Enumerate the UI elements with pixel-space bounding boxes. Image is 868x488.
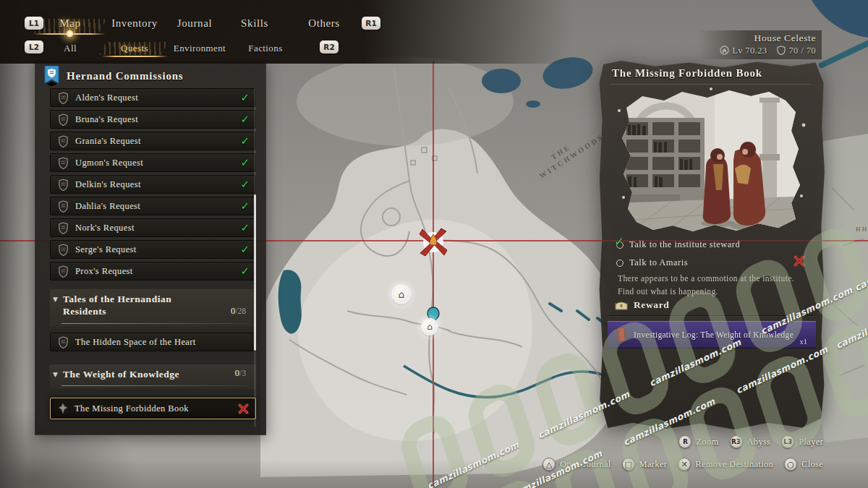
quest-label: Prox's Request	[75, 266, 234, 277]
quest-label: Delkin's Request	[75, 179, 234, 190]
r3-button-icon: R3	[730, 435, 743, 448]
map-crosshair-vertical	[433, 61, 434, 488]
settlement-poi-icon[interactable]: ⌂	[391, 284, 412, 304]
hint-marker[interactable]: □ Marker	[622, 458, 668, 471]
quest-shield-icon	[58, 157, 69, 169]
subtab-factions[interactable]: Factions	[248, 43, 282, 54]
quest-item[interactable]: Dahlia's Request ✓	[50, 197, 256, 215]
quest-shield-icon	[58, 135, 69, 147]
subtab-all[interactable]: All	[64, 43, 77, 54]
ornament-icon	[58, 403, 68, 414]
quest-shield-icon	[58, 200, 69, 213]
subtab-quests[interactable]: Quests	[121, 43, 148, 54]
r-button-icon: R	[678, 435, 692, 448]
objective-text: Talk to the institute steward	[629, 239, 740, 250]
quest-item[interactable]: The Hidden Space of the Heart	[50, 333, 256, 351]
objective-circle-icon: ✓	[616, 241, 624, 249]
quest-list: Alden's Request ✓ Bruna's Request ✓ Gran…	[50, 88, 256, 422]
quest-item[interactable]: Grania's Request ✓	[50, 132, 256, 150]
section-title: The Weight of Knowledge	[63, 368, 222, 380]
svg-text:H H: H H	[856, 226, 867, 233]
quest-shield-icon	[58, 114, 69, 126]
hint-remove-destination[interactable]: ✕ Remove Destination	[678, 458, 773, 471]
reward-item-slot[interactable]: Investigative Log: The Weight of Knowled…	[608, 321, 816, 348]
quest-destination-marker[interactable]	[417, 226, 450, 262]
check-icon: ✓	[240, 91, 250, 104]
quest-description: There appears to be a commotion at the i…	[618, 272, 799, 299]
quest-item[interactable]: Delkin's Request ✓	[50, 175, 256, 194]
reward-divider	[609, 315, 814, 316]
section-underline	[61, 385, 247, 386]
quest-detail-panel: The Missing Forbidden Book	[599, 61, 825, 429]
objective-completed: ✓ Talk to the institute steward	[616, 239, 740, 250]
quest-shield-icon	[58, 265, 69, 278]
quest-item-selected[interactable]: The Missing Forbidden Book	[50, 398, 256, 419]
l2-button[interactable]: L2	[25, 40, 43, 53]
hint-zoom[interactable]: R Zoom	[678, 435, 718, 448]
shield-stat-icon	[777, 46, 786, 55]
quest-item[interactable]: Bruna's Request ✓	[50, 110, 256, 129]
hint-open-journal[interactable]: △ Open Journal	[542, 458, 611, 471]
title-divider	[610, 84, 812, 85]
quest-label: Nork's Request	[75, 223, 234, 234]
quest-label: The Missing Forbidden Book	[75, 403, 231, 414]
objective-check-icon: ✓	[614, 234, 624, 249]
hint-row-bottom: △ Open Journal □ Marker ✕ Remove Destina…	[542, 458, 823, 471]
hint-row-top: R Zoom R3 Abyss L3 Player	[678, 435, 823, 448]
sidebar-scrollbar-thumb[interactable]	[254, 194, 256, 351]
quest-label: Alden's Request	[75, 93, 234, 103]
book-icon	[615, 327, 626, 343]
quest-label: Grania's Request	[75, 136, 234, 147]
quest-shield-icon	[58, 179, 69, 191]
quest-item[interactable]: Alden's Request ✓	[50, 88, 256, 107]
l1-button[interactable]: L1	[25, 17, 43, 30]
check-icon: ✓	[240, 265, 250, 278]
quest-item[interactable]: Nork's Request ✓	[50, 218, 256, 237]
house-poi-icon[interactable]: ⌂	[421, 318, 438, 335]
check-icon: ✓	[240, 243, 250, 256]
check-icon: ✓	[240, 221, 250, 234]
location-name: House Celeste	[720, 33, 816, 44]
quest-label: Dahlia's Request	[75, 201, 234, 212]
tab-skills[interactable]: Skills	[241, 17, 268, 30]
sidebar-title: Hernand Commissions	[67, 70, 183, 82]
destination-x-icon	[237, 403, 250, 415]
quests-tab-underline	[101, 56, 168, 57]
objective-circle-icon	[616, 260, 624, 267]
circle-button-icon: ○	[784, 458, 797, 471]
quest-illustration	[613, 87, 810, 234]
collapse-caret-icon: ▼	[53, 296, 58, 303]
check-icon: ✓	[240, 156, 250, 169]
section-title: Tales of the Hernandian Residents	[63, 293, 208, 317]
quest-item[interactable]: Prox's Request ✓	[50, 262, 256, 281]
hint-abyss[interactable]: R3 Abyss	[730, 435, 771, 448]
subtab-environment[interactable]: Environment	[174, 43, 226, 54]
quest-label: Bruna's Request	[75, 114, 234, 125]
tab-others[interactable]: Others	[308, 17, 340, 30]
quest-item[interactable]: Serge's Request ✓	[50, 240, 256, 259]
quest-label: Ugmon's Request	[75, 158, 234, 168]
tab-inventory[interactable]: Inventory	[111, 17, 158, 30]
ascension-icon	[720, 46, 729, 55]
tab-journal[interactable]: Journal	[177, 17, 212, 30]
r1-button[interactable]: R1	[362, 17, 380, 30]
r2-button[interactable]: R2	[320, 40, 339, 53]
section-progress: 0/28	[231, 306, 246, 317]
quest-item[interactable]: Ugmon's Request ✓	[50, 153, 256, 172]
section-tales-of-the-hernandian-residents[interactable]: ▼ Tales of the Hernandian Residents 0/28	[50, 289, 256, 327]
tab-map[interactable]: Map	[59, 17, 80, 30]
check-icon: ✓	[240, 134, 250, 147]
quest-shield-icon	[58, 336, 69, 348]
commission-banner-icon	[44, 66, 59, 87]
hint-player[interactable]: L3 Player	[781, 435, 823, 448]
reward-chest-icon	[615, 300, 628, 310]
l3-button-icon: L3	[781, 435, 794, 448]
section-the-weight-of-knowledge[interactable]: ▼ The Weight of Knowledge 0/3	[50, 364, 256, 389]
triangle-button-icon: △	[542, 458, 556, 471]
check-icon: ✓	[240, 178, 250, 191]
quest-shield-icon	[58, 92, 69, 104]
hint-close[interactable]: ○ Close	[784, 458, 823, 471]
cross-button-icon: ✕	[678, 458, 691, 471]
quest-sidebar: Hernand Commissions Alden's Request ✓ Br…	[35, 61, 266, 435]
collapse-caret-icon: ▼	[53, 371, 58, 378]
